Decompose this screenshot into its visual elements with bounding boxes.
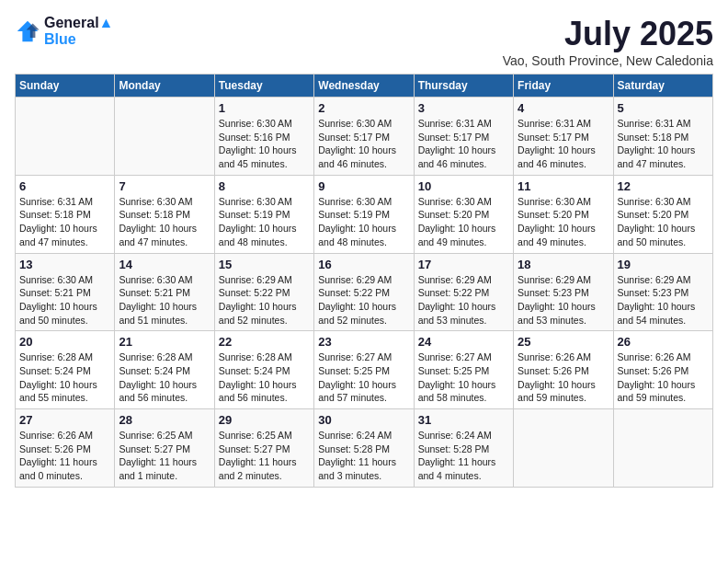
day-number: 11 [518, 179, 609, 193]
calendar-day-cell: 17Sunrise: 6:29 AM Sunset: 5:22 PM Dayli… [414, 253, 513, 331]
day-info: Sunrise: 6:30 AM Sunset: 5:20 PM Dayligh… [618, 195, 709, 249]
day-info: Sunrise: 6:25 AM Sunset: 5:27 PM Dayligh… [119, 429, 210, 483]
day-info: Sunrise: 6:31 AM Sunset: 5:18 PM Dayligh… [618, 117, 709, 171]
day-number: 5 [618, 101, 709, 115]
day-number: 8 [219, 179, 310, 193]
day-number: 9 [318, 179, 409, 193]
calendar-day-cell: 26Sunrise: 6:26 AM Sunset: 5:26 PM Dayli… [613, 331, 712, 409]
day-info: Sunrise: 6:24 AM Sunset: 5:28 PM Dayligh… [318, 429, 409, 483]
calendar-week-row: 27Sunrise: 6:26 AM Sunset: 5:26 PM Dayli… [16, 409, 713, 488]
calendar-day-cell: 3Sunrise: 6:31 AM Sunset: 5:17 PM Daylig… [414, 98, 513, 176]
calendar-day-cell: 25Sunrise: 6:26 AM Sunset: 5:26 PM Dayli… [514, 331, 613, 409]
day-info: Sunrise: 6:31 AM Sunset: 5:18 PM Dayligh… [19, 195, 110, 249]
calendar-day-cell: 20Sunrise: 6:28 AM Sunset: 5:24 PM Dayli… [16, 331, 115, 409]
calendar-day-cell: 10Sunrise: 6:30 AM Sunset: 5:20 PM Dayli… [414, 175, 513, 253]
day-info: Sunrise: 6:29 AM Sunset: 5:22 PM Dayligh… [318, 273, 409, 327]
weekday-header: Thursday [414, 75, 513, 98]
day-number: 27 [19, 413, 110, 427]
calendar-day-cell: 1Sunrise: 6:30 AM Sunset: 5:16 PM Daylig… [214, 98, 313, 176]
day-number: 13 [19, 258, 110, 271]
day-number: 25 [518, 335, 609, 349]
calendar-day-cell: 9Sunrise: 6:30 AM Sunset: 5:19 PM Daylig… [314, 175, 414, 253]
calendar-day-cell: 4Sunrise: 6:31 AM Sunset: 5:17 PM Daylig… [514, 98, 613, 176]
day-number: 28 [119, 413, 210, 427]
day-info: Sunrise: 6:29 AM Sunset: 5:22 PM Dayligh… [219, 273, 310, 327]
day-number: 16 [318, 258, 409, 271]
calendar-day-cell: 7Sunrise: 6:30 AM Sunset: 5:18 PM Daylig… [115, 175, 214, 253]
calendar-day-cell [613, 409, 712, 488]
day-info: Sunrise: 6:30 AM Sunset: 5:19 PM Dayligh… [318, 195, 409, 249]
day-number: 24 [418, 335, 509, 349]
title-block: July 2025 Vao, South Province, New Caled… [503, 15, 713, 68]
calendar-table: SundayMondayTuesdayWednesdayThursdayFrid… [15, 74, 713, 488]
weekday-header: Friday [514, 75, 613, 98]
day-number: 31 [418, 413, 509, 427]
day-number: 3 [418, 101, 509, 115]
day-number: 22 [219, 335, 310, 349]
weekday-header: Tuesday [214, 75, 313, 98]
calendar-day-cell: 29Sunrise: 6:25 AM Sunset: 5:27 PM Dayli… [214, 409, 313, 488]
calendar-day-cell: 31Sunrise: 6:24 AM Sunset: 5:28 PM Dayli… [414, 409, 513, 488]
day-info: Sunrise: 6:28 AM Sunset: 5:24 PM Dayligh… [19, 350, 110, 405]
day-info: Sunrise: 6:29 AM Sunset: 5:22 PM Dayligh… [418, 273, 509, 327]
calendar-day-cell: 13Sunrise: 6:30 AM Sunset: 5:21 PM Dayli… [16, 253, 115, 331]
calendar-day-cell: 5Sunrise: 6:31 AM Sunset: 5:18 PM Daylig… [613, 98, 712, 176]
calendar-day-cell: 8Sunrise: 6:30 AM Sunset: 5:19 PM Daylig… [214, 175, 313, 253]
calendar-day-cell: 12Sunrise: 6:30 AM Sunset: 5:20 PM Dayli… [613, 175, 712, 253]
day-info: Sunrise: 6:31 AM Sunset: 5:17 PM Dayligh… [518, 117, 609, 171]
weekday-header: Sunday [16, 75, 115, 98]
day-info: Sunrise: 6:30 AM Sunset: 5:18 PM Dayligh… [119, 195, 210, 249]
day-info: Sunrise: 6:28 AM Sunset: 5:24 PM Dayligh… [219, 350, 310, 405]
calendar-day-cell: 2Sunrise: 6:30 AM Sunset: 5:17 PM Daylig… [314, 98, 414, 176]
calendar-day-cell: 27Sunrise: 6:26 AM Sunset: 5:26 PM Dayli… [16, 409, 115, 488]
calendar-day-cell: 14Sunrise: 6:30 AM Sunset: 5:21 PM Dayli… [115, 253, 214, 331]
calendar-day-cell: 22Sunrise: 6:28 AM Sunset: 5:24 PM Dayli… [214, 331, 313, 409]
day-number: 29 [219, 413, 310, 427]
calendar-day-cell: 24Sunrise: 6:27 AM Sunset: 5:25 PM Dayli… [414, 331, 513, 409]
day-info: Sunrise: 6:27 AM Sunset: 5:25 PM Dayligh… [418, 350, 509, 405]
calendar-day-cell: 21Sunrise: 6:28 AM Sunset: 5:24 PM Dayli… [115, 331, 214, 409]
logo-icon [15, 18, 40, 44]
day-number: 30 [318, 413, 409, 427]
calendar-day-cell: 11Sunrise: 6:30 AM Sunset: 5:20 PM Dayli… [514, 175, 613, 253]
calendar-day-cell: 28Sunrise: 6:25 AM Sunset: 5:27 PM Dayli… [115, 409, 214, 488]
day-info: Sunrise: 6:31 AM Sunset: 5:17 PM Dayligh… [418, 117, 509, 171]
day-info: Sunrise: 6:24 AM Sunset: 5:28 PM Dayligh… [418, 429, 509, 483]
day-info: Sunrise: 6:30 AM Sunset: 5:21 PM Dayligh… [119, 273, 210, 327]
calendar-day-cell: 23Sunrise: 6:27 AM Sunset: 5:25 PM Dayli… [314, 331, 414, 409]
day-info: Sunrise: 6:28 AM Sunset: 5:24 PM Dayligh… [119, 350, 210, 405]
day-number: 18 [518, 258, 609, 271]
day-number: 15 [219, 258, 310, 271]
calendar-week-row: 6Sunrise: 6:31 AM Sunset: 5:18 PM Daylig… [16, 175, 713, 253]
day-info: Sunrise: 6:25 AM Sunset: 5:27 PM Dayligh… [219, 429, 310, 483]
day-number: 21 [119, 335, 210, 349]
day-info: Sunrise: 6:29 AM Sunset: 5:23 PM Dayligh… [618, 273, 709, 327]
calendar-day-cell: 16Sunrise: 6:29 AM Sunset: 5:22 PM Dayli… [314, 253, 414, 331]
logo-text: General▲ Blue [44, 15, 113, 48]
calendar-week-row: 1Sunrise: 6:30 AM Sunset: 5:16 PM Daylig… [16, 98, 713, 176]
day-info: Sunrise: 6:30 AM Sunset: 5:20 PM Dayligh… [518, 195, 609, 249]
day-number: 7 [119, 179, 210, 193]
day-info: Sunrise: 6:27 AM Sunset: 5:25 PM Dayligh… [318, 350, 409, 405]
day-number: 26 [618, 335, 709, 349]
day-info: Sunrise: 6:30 AM Sunset: 5:17 PM Dayligh… [318, 117, 409, 171]
calendar-day-cell [115, 98, 214, 176]
calendar-day-cell [514, 409, 613, 488]
calendar-week-row: 20Sunrise: 6:28 AM Sunset: 5:24 PM Dayli… [16, 331, 713, 409]
day-number: 10 [418, 179, 509, 193]
page-header: General▲ Blue July 2025 Vao, South Provi… [15, 15, 713, 68]
day-info: Sunrise: 6:30 AM Sunset: 5:20 PM Dayligh… [418, 195, 509, 249]
day-number: 23 [318, 335, 409, 349]
calendar-week-row: 13Sunrise: 6:30 AM Sunset: 5:21 PM Dayli… [16, 253, 713, 331]
day-number: 12 [618, 179, 709, 193]
location-subtitle: Vao, South Province, New Caledonia [503, 53, 713, 68]
calendar-day-cell: 30Sunrise: 6:24 AM Sunset: 5:28 PM Dayli… [314, 409, 414, 488]
month-title: July 2025 [503, 15, 713, 53]
day-number: 17 [418, 258, 509, 271]
day-info: Sunrise: 6:30 AM Sunset: 5:19 PM Dayligh… [219, 195, 310, 249]
calendar-day-cell: 6Sunrise: 6:31 AM Sunset: 5:18 PM Daylig… [16, 175, 115, 253]
day-info: Sunrise: 6:26 AM Sunset: 5:26 PM Dayligh… [19, 429, 110, 483]
day-info: Sunrise: 6:30 AM Sunset: 5:21 PM Dayligh… [19, 273, 110, 327]
day-info: Sunrise: 6:26 AM Sunset: 5:26 PM Dayligh… [618, 350, 709, 405]
day-info: Sunrise: 6:30 AM Sunset: 5:16 PM Dayligh… [219, 117, 310, 171]
